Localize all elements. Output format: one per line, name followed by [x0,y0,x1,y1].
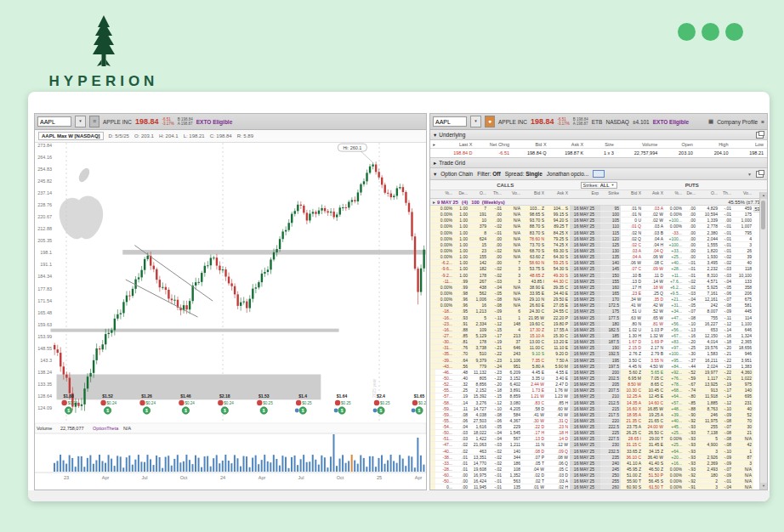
option-row[interactable]: -43....56779-.249515.80 A5.90 M16 MAY 25… [430,364,760,370]
option-row[interactable]: -57....1915,392-.158,8591.21 W1.23 W16 M… [430,393,760,399]
option-row[interactable]: -38....0113,351-.02344.07 P.08 W16 MAY 2… [430,455,760,461]
svg-text:212.88: 212.88 [37,226,52,231]
option-row[interactable]: -28....0119,608-.02108.04 W.05 C16 MAY 2… [430,467,760,473]
ask-small: A 198.87 [178,122,193,126]
option-row[interactable]: 0.00%1.00191.00N/A98.65 S99.15 S16 MAY 2… [430,212,760,218]
option-row[interactable]: -40....02463-.02140.08 D.09 Q16 MAY 2523… [430,449,760,455]
option-row[interactable]: -60....0016,975-.011,352.02 D.03 D16 MAY… [430,473,760,478]
last-price: 198.84 [135,117,159,126]
dot-icon[interactable] [702,23,719,41]
popout-icon[interactable] [756,171,764,178]
option-row[interactable]: -58....143,276-.123,080.83 C.85 H16 MAY … [430,400,760,406]
option-row[interactable]: -11....99267-.03343.85 I44.30 C16 MAY 25… [430,279,760,285]
option-row[interactable]: -39....649,379-.231,1067.35 C7.50 A16 MA… [430,358,760,364]
collapse-icon[interactable]: ▾ [434,171,436,178]
option-row[interactable]: -59....1114,727-.104,205.58 D.60 W16 MAY… [430,406,760,412]
option-row[interactable]: -35....70510-.222439.10 S9.20 D16 MAY 25… [430,351,760,357]
symbol-settings-icon[interactable]: ≡ [89,116,99,127]
earnings-icon [335,400,340,405]
strikes-dropdown[interactable]: Strikes: ALL ▼ [581,182,617,189]
option-row[interactable]: -50....40805-.223,1523.35 U3.40 E16 MAY … [430,376,760,382]
layout-link[interactable]: Jonathan opcio... [547,171,589,177]
option-row[interactable]: -46....4811,132-.236,2094.45 E4.55 E16 M… [430,370,760,376]
option-row[interactable]: -16....935-.11121.95 W22.20 P16 MAY 2517… [430,315,760,321]
option-row[interactable]: 0.00%.9616-.08N/A26.60 E27.05 E16 MAY 25… [430,303,760,308]
option-row[interactable]: -55....252,152-.183,8911.73 E1.76 W16 MA… [430,388,760,393]
trade-grid-section-bar[interactable]: ▸ Trade Grid [430,158,767,168]
vertical-scrollbar[interactable]: ▲ ▼ [759,192,767,490]
option-row[interactable]: 0....0011,945-.01135.01 W.02 H16 MAY 252… [430,484,760,490]
option-row[interactable]: -30....81178-.193713.00 C13.20 E16 MAY 2… [430,339,760,345]
spread-control[interactable]: Spread: Single [505,171,543,177]
option-row[interactable]: 0.00%.98562-.05N/A33.95 E34.40 E16 MAY 2… [430,291,760,297]
underlying-section-bar[interactable]: ▾ Underlying [430,130,767,140]
tree-icon [80,15,128,68]
option-row[interactable]: 0.00%1.00155.00N/A63.60 Z64.30 S16 MAY 2… [430,254,760,260]
company-profile-button[interactable]: Company Profile [717,119,758,125]
option-row[interactable]: -9.6...1.00182-.02353.75 S54.30 S16 MAY … [430,266,760,272]
time-tick: Apr [102,475,110,480]
option-row[interactable]: 0.00%1.0023-.02N/A68.70 S69.30 S16 MAY 2… [430,248,760,254]
svg-text:237.14: 237.14 [37,190,52,195]
svg-text:$1.65: $1.65 [414,393,425,399]
scrollbar-thumb[interactable] [761,201,765,229]
bid-ask-stack: B 198.84 A 198.87 [573,117,588,126]
expiration-group-row[interactable]: ▸ 9 MAY 25 (4) 100 (Weeklys) 45.55% (±7.… [430,199,767,206]
pct-change: -3.17% [162,122,174,126]
option-row[interactable]: -59....084,038-.08584.41 W.43 W16 MAY 25… [430,412,760,418]
alerts-icon[interactable]: ● [485,116,495,127]
option-row[interactable]: 0.00%1.007-.01N/A103... Z104... S16 MAY … [430,206,760,212]
option-row[interactable]: 0.00%1.008-.01N/A83.70 S84.25 X16 MAY 25… [430,230,760,236]
option-row[interactable]: -50....0016,424-.01563.02 T.03 A16 MAY 2… [430,478,760,484]
company-name: APPLE INC [103,119,132,125]
funnel-icon[interactable]: ▼ [747,172,752,177]
option-row[interactable]: -47....0221,063-.031,211.11 N.12 W16 MAY… [430,442,760,448]
symbol-dropdown-icon[interactable]: ▾ [75,116,86,127]
collapse-icon[interactable]: ▾ [434,132,436,139]
dot-icon[interactable] [725,23,743,41]
dot-icon[interactable] [678,23,696,41]
option-row[interactable]: -27....855,129-.1721315.10 A15.30 C16 MA… [430,333,760,339]
svg-text:143.3: 143.3 [40,358,52,363]
option-row[interactable]: -6.2...1.00142.00758.60 N59.25 S16 MAY 2… [430,260,760,266]
option-row[interactable]: 0.00%.961,006-.08N/A29.10 N29.50 E16 MAY… [430,297,760,303]
option-row[interactable]: -16....88109-.15417.30 Z17.55 A16 MAY 25… [430,327,760,333]
option-row[interactable]: -54....041,616-.05229.22 D.23 N16 MAY 25… [430,424,760,430]
scroll-down-icon[interactable]: ▼ [760,483,767,490]
symbol-input[interactable] [37,116,71,127]
option-row[interactable]: -18....951,213-.09624.30 C24.55 C16 MAY … [430,308,760,314]
svg-text:177.83: 177.83 [37,286,52,291]
option-row[interactable]: -31....763,738-.2164611.00 C11.10 E16 MA… [430,345,760,351]
split-icon [334,409,338,413]
svg-text:$: $ [185,408,187,413]
symbol-dropdown-icon[interactable]: ▾ [470,116,481,127]
option-row[interactable]: -55....0627,503-.064,367.30 W.31 Q16 MAY… [430,418,760,424]
puts-group-label: PUTS [617,183,768,188]
grid-layout-icon[interactable] [593,170,605,178]
price-chart[interactable]: 2023 year2024 year2025 year273.84264.162… [35,143,426,490]
symbol-input[interactable] [433,116,467,127]
company-profile-icon[interactable]: ▦ [708,118,713,125]
svg-text:$: $ [263,408,265,413]
expand-icon[interactable]: ▸ [434,160,436,167]
option-row[interactable]: -23....912,334-.1214819.60 C19.80 P16 MA… [430,321,760,327]
svg-text:$0.23: $0.23 [68,401,78,405]
filter-control[interactable]: Filter: Off [477,171,500,177]
option-row[interactable]: 0.00%1.00624.00N/A78.60 N79.25 S16 MAY 2… [430,236,760,242]
option-row[interactable]: -50....0318,022-.041,545.17 H.18 H16 MAY… [430,430,760,436]
scroll-up-icon[interactable]: ▲ [760,192,767,199]
option-row[interactable]: -52....328,856-.206,4022.44 W2.47 D16 MA… [430,382,760,388]
option-row[interactable]: 0.00%.99438-.04N/A38.90 E39.35 C16 MAY 2… [430,285,760,291]
option-row[interactable]: -9.2...1.00178-.02348.65 Z49.30 S16 MAY … [430,273,760,279]
option-row[interactable]: 0.00%1.0010.00N/A93.70 S94.20 S16 MAY 25… [430,218,760,224]
option-row[interactable]: 0.00%1.0015.00N/A73.70 S74.25 X16 MAY 25… [430,242,760,248]
popout-icon[interactable] [756,132,764,139]
option-row[interactable]: -33....0114,770-.02186.05 T.06 Q16 MAY 2… [430,461,760,467]
svg-text:$0.25: $0.25 [263,401,273,405]
option-row[interactable]: 0.00%1.00379-.02N/A88.70 S89.25 T16 MAY … [430,224,760,229]
window-dots [678,23,743,41]
menu-icon[interactable]: ≡ [761,119,764,125]
option-row[interactable]: -51....031,422-.04567.13 D.14 D16 MAY 25… [430,436,760,442]
chart-tab[interactable]: AAPL Max W [NASDAQ] [38,132,104,140]
svg-text:165.48: 165.48 [37,310,52,315]
